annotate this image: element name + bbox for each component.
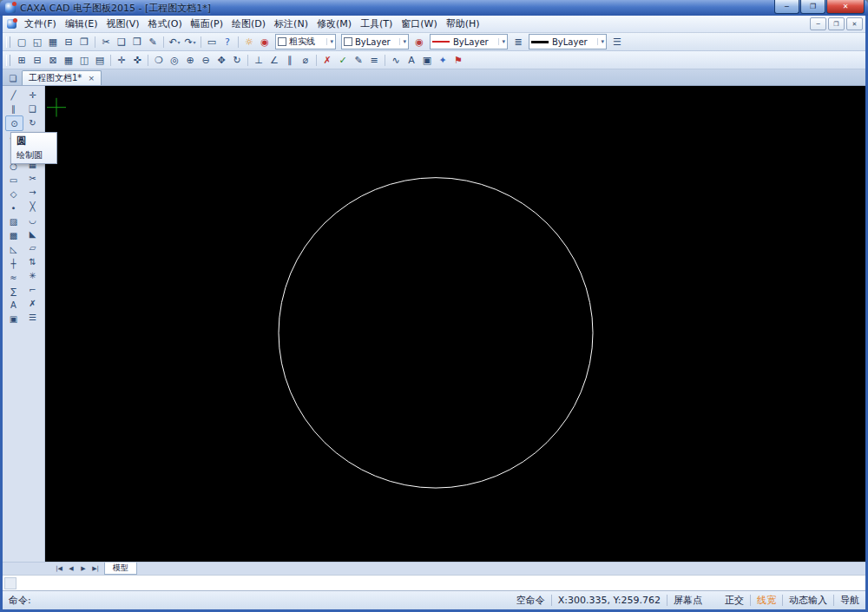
child-minimize-button[interactable]: ─ [810,17,826,30]
chamfer-edge-tool[interactable]: ◣ [24,227,41,240]
fillet-tool[interactable]: ◡ [24,213,41,227]
dropdown-caret-icon[interactable]: ▾ [178,39,181,45]
drawing-canvas[interactable] [45,86,865,562]
menu-tools[interactable]: 工具(T) [356,16,397,31]
paste-icon[interactable]: ❒ [129,35,145,49]
zoom-in-icon[interactable]: ⊕ [182,53,198,68]
cut-icon[interactable]: ✂ [98,35,114,49]
last-sheet-button[interactable]: ▶| [89,563,102,574]
menu-window[interactable]: 窗口(W) [397,16,441,31]
maximize-button[interactable]: ❐ [800,0,825,14]
menu-dimension[interactable]: 标注(N) [270,16,312,31]
linewidth-toggle[interactable]: 线宽 [757,594,776,607]
zoom-out-icon[interactable]: ⊖ [198,53,214,68]
ortho-toggle[interactable]: 正交 [725,594,744,607]
toolbar-grip[interactable] [6,36,10,48]
delete-icon[interactable]: ✗ [319,53,335,68]
menu-paper[interactable]: 幅面(P) [187,16,227,31]
minimize-button[interactable]: ─ [774,0,799,14]
bookmark-icon[interactable]: ✦ [435,53,450,68]
pick-mode[interactable]: 屏幕点 [674,594,702,607]
help-icon[interactable]: ? [220,35,235,49]
line-tool[interactable]: ╱ [5,88,22,102]
three-view-nav-icon[interactable]: ✛ [114,53,129,68]
color-combo[interactable]: ByLayer ▾ [430,34,508,49]
formula-curve-tool[interactable]: ∑ [5,284,22,298]
toolbar-options-icon[interactable]: ☰ [609,35,625,49]
menu-modify[interactable]: 修改(M) [312,16,356,31]
spline-display-icon[interactable]: ∿ [388,53,404,68]
dynamic-input-toggle[interactable]: 动态输入 [789,594,827,607]
menu-view[interactable]: 视图(V) [102,16,143,31]
edit-icon[interactable]: ✎ [351,53,366,68]
centerline-tool[interactable]: ┼ [5,256,22,270]
text-tool[interactable]: A [5,298,22,312]
insert-frame-icon[interactable]: ⊟ [30,53,45,68]
print-icon[interactable]: ⊟ [61,35,76,49]
pan-icon[interactable]: ✥ [214,53,229,68]
extend-tool[interactable]: → [24,185,41,199]
undo-icon[interactable]: ↶▾ [167,35,182,49]
color-ball-icon[interactable]: ◉ [411,35,427,49]
trim-tool[interactable]: ✂ [24,171,41,185]
chamfer-tool[interactable]: ◺ [5,242,22,256]
prev-sheet-button[interactable]: ◀ [65,563,77,574]
diameter-icon[interactable]: ⌀ [298,53,313,68]
copy-entity-tool[interactable]: ❑ [24,102,41,115]
linewidth-combo[interactable]: ByLayer ▾ [529,34,607,49]
block-create-tool[interactable]: ▣ [5,312,22,326]
menu-help[interactable]: 帮助(H) [442,16,484,31]
menu-edit[interactable]: 编辑(E) [61,16,102,31]
layer-list-icon[interactable]: ≡ [366,53,382,68]
frame-settings-icon[interactable]: ▭ [204,35,220,49]
open-icon[interactable]: ◱ [30,35,45,49]
explode-tool[interactable]: ✳ [24,268,41,282]
flag-icon[interactable]: ⚑ [450,53,466,68]
break-tool[interactable]: ╳ [24,199,41,213]
copy-icon[interactable]: ❑ [114,35,129,49]
layer-combo[interactable]: ByLayer ▾ [341,34,409,49]
zoom-all-icon[interactable]: ◎ [167,53,182,68]
point-tool[interactable]: ∙ [5,201,22,214]
pick-point-icon[interactable]: ✜ [129,53,145,68]
linetype-icon[interactable]: ≣ [510,35,526,49]
scale-tool[interactable]: ⇅ [24,254,41,268]
move-tool[interactable]: ✛ [24,88,41,102]
color-palette-icon[interactable]: ◉ [257,35,273,49]
resize-grip[interactable] [4,577,16,589]
erase-tool[interactable]: ✗ [24,296,41,310]
tab-close-icon[interactable]: × [88,74,95,82]
print-preview-icon[interactable]: ❐ [76,35,92,49]
new-icon[interactable]: ▢ [14,35,30,49]
hatch-tool[interactable]: ▨ [5,214,22,228]
navigation-toggle[interactable]: 导航 [840,594,859,607]
parts-list-icon[interactable]: ▦ [61,53,76,68]
child-close-button[interactable]: ✕ [846,17,863,30]
toolbar-grip[interactable] [6,55,10,66]
title-block-icon[interactable]: ⊠ [45,53,61,68]
dropdown-caret-icon[interactable]: ▾ [194,39,196,45]
text-style-icon[interactable]: A [404,53,419,68]
offset-tool[interactable]: ▱ [24,240,41,254]
menu-draw[interactable]: 绘图(D) [227,16,270,31]
close-button[interactable]: ✕ [826,0,865,14]
table-icon[interactable]: ◫ [76,53,92,68]
first-sheet-button[interactable]: |◀ [53,563,65,574]
drawn-circle[interactable] [279,178,593,488]
format-painter-icon[interactable]: ✎ [145,35,161,49]
block-edit-icon[interactable]: ▣ [419,53,435,68]
title-bar[interactable]: CAXA CAD 电子图板2015 - [工程图文档1*] ─ ❐ ✕ [0,0,868,16]
fill-tool[interactable]: ▩ [5,228,22,242]
zoom-window-icon[interactable]: ❍ [151,53,167,68]
child-restore-button[interactable]: ❐ [828,17,845,30]
next-sheet-button[interactable]: ▶ [77,563,89,574]
parallel-mode-icon[interactable]: ∥ [282,53,298,68]
dimension-tool[interactable]: ⌐ [24,282,41,296]
ortho-mode-icon[interactable]: ⊥ [251,53,266,68]
menu-file[interactable]: 文件(F) [20,16,61,31]
polygon-tool[interactable]: ◇ [5,187,22,201]
style-manager-icon[interactable]: ☼ [241,35,257,49]
wave-line-tool[interactable]: ≈ [5,270,22,284]
bom-icon[interactable]: ▤ [92,53,108,68]
menu-format[interactable]: 格式(O) [144,16,187,31]
